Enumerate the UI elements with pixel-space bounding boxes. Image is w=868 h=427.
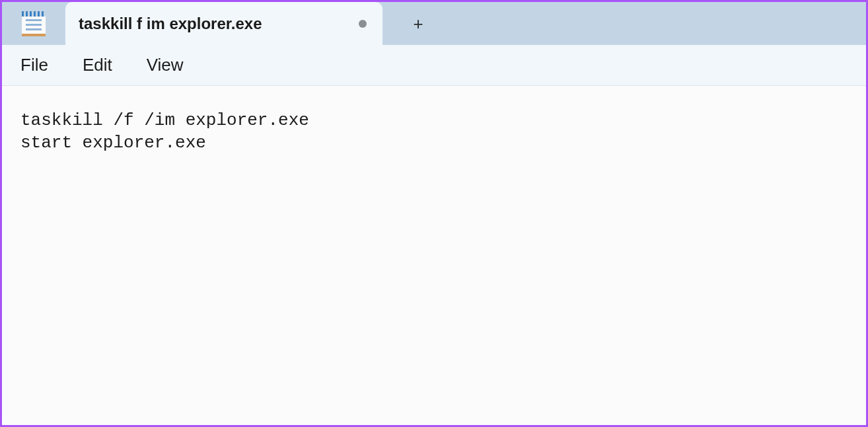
menu-edit[interactable]: Edit — [83, 55, 112, 75]
unsaved-changes-icon[interactable] — [359, 20, 367, 28]
menubar: File Edit View — [2, 45, 866, 86]
app-icon-container — [2, 2, 65, 45]
menu-file[interactable]: File — [20, 55, 48, 75]
tab-title: taskkill f im explorer.exe — [79, 15, 345, 33]
tab-active[interactable]: taskkill f im explorer.exe — [65, 2, 382, 45]
text-editor[interactable]: taskkill /f /im explorer.exe start explo… — [2, 86, 866, 425]
plus-icon: + — [413, 15, 423, 32]
new-tab-button[interactable]: + — [406, 12, 430, 36]
titlebar: taskkill f im explorer.exe + — [2, 2, 866, 45]
menu-view[interactable]: View — [147, 55, 184, 75]
notepad-icon — [22, 11, 46, 36]
new-tab-area: + — [382, 2, 430, 45]
